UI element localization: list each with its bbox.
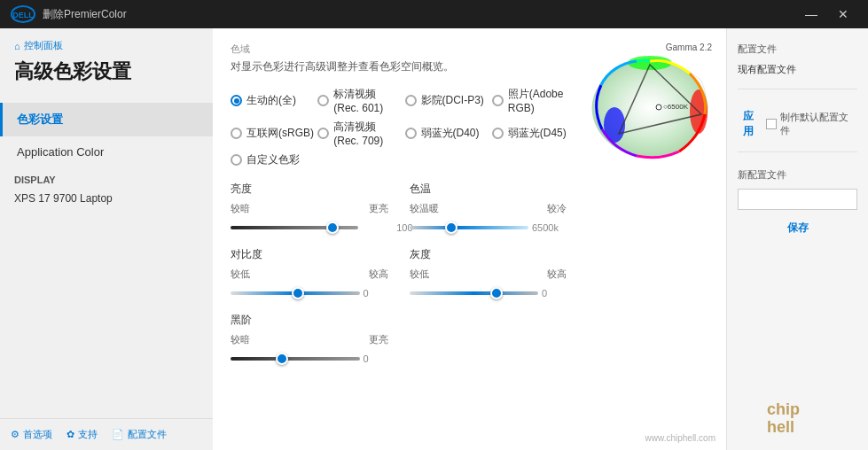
support-icon: ✿ — [66, 429, 74, 440]
config-file-label: 配置文件 — [738, 43, 857, 56]
radio-internet-label: 互联网(sRGB) — [246, 126, 314, 141]
gray-right-label: 较高 — [547, 268, 567, 281]
gray-slider[interactable]: 0 — [410, 284, 567, 302]
new-config-input[interactable] — [738, 189, 857, 210]
new-config-label: 新配置文件 — [738, 168, 857, 182]
shadow-thumb[interactable] — [276, 353, 288, 365]
chiphell-logo-icon: chip hell — [762, 395, 833, 439]
page-title: 高级色彩设置 — [14, 59, 199, 85]
radio-cinema-label: 影院(DCI-P3) — [421, 93, 484, 108]
settings-icon: ⚙ — [11, 429, 20, 440]
radio-blue-d40[interactable]: 弱蓝光(D40) — [405, 120, 489, 147]
radio-hd-circle — [317, 128, 329, 139]
shadow-track — [231, 357, 360, 361]
color-temp-slider[interactable]: 6500k — [410, 219, 567, 237]
radio-custom-circle — [231, 154, 242, 166]
radio-vivid-label: 生动的(全) — [246, 93, 296, 108]
default-checkbox[interactable] — [766, 119, 777, 129]
color-temp-track — [410, 226, 528, 229]
gamut-diagram: ○6500K — [588, 54, 712, 160]
contrast-group: 对比度 较低 较高 0 — [231, 247, 388, 302]
brightness-track — [231, 226, 358, 229]
existing-config-value: 现有配置文件 — [738, 63, 857, 76]
svg-text:hell: hell — [767, 418, 794, 436]
gamma-label: Gamma — [666, 43, 698, 52]
radio-sd-video[interactable]: 标清视频(Rec. 601) — [317, 87, 401, 114]
sidebar-item-color-settings[interactable]: 色彩设置 — [0, 103, 213, 136]
contrast-value: 0 — [364, 288, 369, 299]
window-controls: — ✕ — [797, 0, 857, 28]
radio-sd-circle — [317, 95, 329, 106]
footer-support[interactable]: ✿ 支持 — [66, 428, 98, 441]
title-bar-title: 删除PremierColor — [43, 7, 127, 22]
shadow-label: 黑阶 — [231, 313, 388, 328]
apply-button[interactable]: 应用 — [738, 109, 759, 139]
brightness-thumb[interactable] — [326, 221, 339, 234]
radio-vivid[interactable]: 生动的(全) — [231, 87, 314, 114]
radio-cinema[interactable]: 影院(DCI-P3) — [405, 87, 489, 114]
svg-text:chip: chip — [767, 400, 800, 418]
gray-label: 灰度 — [410, 247, 567, 262]
radio-d45-circle — [492, 128, 504, 139]
radio-d40-label: 弱蓝光(D40) — [421, 126, 480, 141]
default-checkbox-label[interactable]: 制作默认配置文件 — [766, 111, 857, 137]
color-temp-right-label: 较冷 — [547, 202, 567, 215]
right-panel: 配置文件 现有配置文件 应用 制作默认配置文件 新配置文件 保存 chip he… — [726, 28, 868, 450]
close-button[interactable]: ✕ — [829, 0, 857, 28]
gray-thumb[interactable] — [490, 287, 503, 299]
contrast-label: 对比度 — [231, 247, 388, 262]
color-temp-label: 色温 — [410, 182, 567, 197]
color-temp-left-label: 较温暖 — [410, 202, 439, 215]
radio-custom[interactable]: 自定义色彩 — [231, 152, 314, 167]
shadow-group: 黑阶 较暗 更亮 0 — [231, 313, 388, 368]
radio-custom-label: 自定义色彩 — [246, 152, 300, 167]
sliders-grid: 亮度 较暗 更亮 100 色温 较温暖 较冷 — [231, 182, 708, 368]
color-temp-thumb[interactable] — [445, 221, 457, 234]
contrast-track — [231, 291, 360, 295]
dell-logo-icon: DELL — [11, 5, 35, 23]
radio-hd-video[interactable]: 高清视频(Rec. 709) — [317, 120, 401, 147]
brightness-left-label: 较暗 — [231, 202, 250, 215]
save-button[interactable]: 保存 — [738, 221, 857, 236]
radio-d45-label: 弱蓝光(D45) — [508, 126, 567, 141]
footer-config[interactable]: 📄 配置文件 — [112, 428, 167, 441]
radio-sd-label: 标清视频(Rec. 601) — [333, 87, 401, 114]
default-checkbox-text: 制作默认配置文件 — [780, 111, 857, 137]
contrast-thumb[interactable] — [292, 287, 304, 299]
gray-group: 灰度 较低 较高 0 — [410, 247, 567, 302]
apply-row: 应用 制作默认配置文件 — [738, 109, 857, 139]
sidebar-item-app-color[interactable]: Application Color — [0, 136, 213, 167]
shadow-right-label: 更亮 — [369, 333, 388, 346]
shadow-left-label: 较暗 — [231, 333, 250, 346]
gray-track — [410, 291, 539, 295]
gray-left-label: 较低 — [410, 268, 429, 281]
radio-internet-circle — [231, 128, 242, 139]
file-icon: 📄 — [112, 429, 124, 440]
display-device-name: XPS 17 9700 Laptop — [0, 189, 213, 212]
title-bar-left: DELL 删除PremierColor — [11, 5, 127, 23]
brightness-slider[interactable]: 100 — [231, 219, 388, 237]
brightness-range: 较暗 更亮 — [231, 202, 388, 215]
svg-point-6 — [656, 105, 661, 110]
watermark: www.chiphell.com — [645, 433, 716, 443]
gray-value: 0 — [542, 288, 547, 299]
breadcrumb[interactable]: ⌂ 控制面板 — [14, 39, 199, 52]
minimize-button[interactable]: — — [797, 0, 825, 28]
brightness-right-label: 更亮 — [369, 202, 388, 215]
color-temp-range: 较温暖 较冷 — [410, 202, 567, 215]
footer-preferences[interactable]: ⚙ 首选项 — [11, 428, 52, 441]
sidebar-nav-top: ⌂ 控制面板 高级色彩设置 — [0, 28, 213, 103]
radio-vivid-circle — [231, 95, 242, 106]
radio-internet[interactable]: 互联网(sRGB) — [231, 120, 314, 147]
radio-photo-label: 照片(Adobe RGB) — [508, 87, 575, 114]
radio-photo[interactable]: 照片(Adobe RGB) — [492, 87, 575, 114]
contrast-left-label: 较低 — [231, 268, 250, 281]
radio-photo-circle — [492, 95, 504, 106]
shadow-slider[interactable]: 0 — [231, 350, 388, 368]
gamut-container: Gamma 2.2 — [588, 43, 712, 160]
shadow-range: 较暗 更亮 — [231, 333, 388, 346]
main-content: Gamma 2.2 — [213, 28, 726, 450]
contrast-slider[interactable]: 0 — [231, 284, 388, 302]
sidebar-footer: ⚙ 首选项 ✿ 支持 📄 配置文件 — [0, 418, 213, 450]
radio-blue-d45[interactable]: 弱蓝光(D45) — [492, 120, 575, 147]
